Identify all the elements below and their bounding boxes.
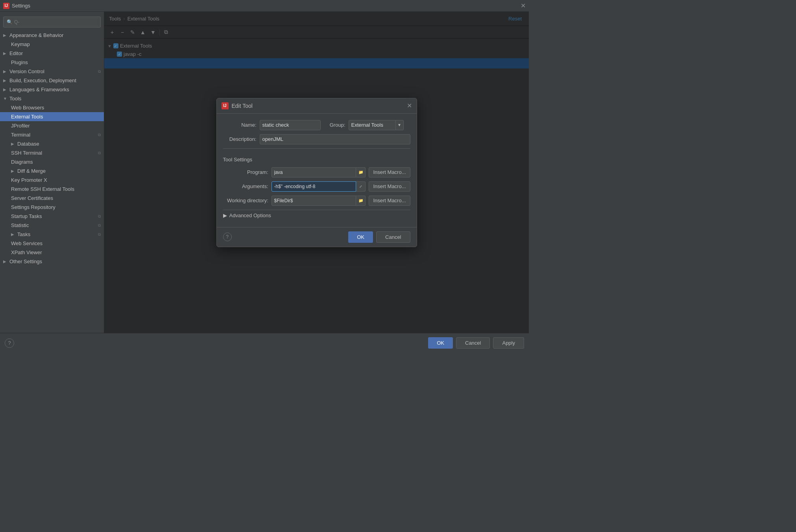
dialog-title-bar: IJ Edit Tool ✕ (217, 98, 417, 114)
edit-tool-dialog: IJ Edit Tool ✕ Name: Group: External (216, 98, 417, 247)
working-dir-insert-macro-button[interactable]: Insert Macro... (369, 196, 410, 206)
sidebar-item-label: Tasks (17, 231, 30, 237)
description-input[interactable] (260, 134, 410, 144)
sidebar-item-web-browsers[interactable]: Web Browsers (0, 103, 104, 112)
name-input[interactable] (260, 120, 321, 130)
arrow-right-icon: ▶ (11, 169, 16, 173)
arguments-expand-button[interactable]: ⤢ (356, 181, 366, 192)
sidebar-item-label: Web Browsers (11, 105, 44, 111)
sidebar-item-web-services[interactable]: Web Services (0, 239, 104, 248)
program-input[interactable] (271, 167, 356, 177)
external-icon: ⧉ (98, 69, 101, 74)
sidebar-item-label: Settings Repository (11, 204, 55, 210)
sidebar-item-diff-merge[interactable]: ▶ Diff & Merge (0, 166, 104, 175)
bottom-buttons: OK Cancel Apply (428, 337, 524, 349)
search-input[interactable] (14, 19, 97, 25)
sidebar-item-label: Appearance & Behavior (9, 32, 63, 38)
sidebar-item-diagrams[interactable]: Diagrams (0, 157, 104, 166)
sidebar-item-editor[interactable]: ▶ Editor (0, 49, 104, 58)
sidebar-item-remote-ssh[interactable]: Remote SSH External Tools (0, 185, 104, 194)
dialog-ok-button[interactable]: OK (348, 231, 373, 243)
working-dir-row: Working directory: 📁 Insert Macro... (223, 196, 410, 206)
sidebar-item-label: Languages & Frameworks (9, 87, 69, 92)
external-icon: ⧉ (98, 214, 101, 219)
sidebar-item-terminal[interactable]: Terminal ⧉ (0, 130, 104, 139)
arguments-label: Arguments: (223, 183, 268, 189)
sidebar-item-label: Other Settings (9, 259, 42, 264)
sidebar-item-label: Terminal (11, 132, 30, 138)
group-select-wrapper: External Tools ▼ (349, 120, 404, 130)
sidebar-item-ssh-terminal[interactable]: SSH Terminal ⧉ (0, 148, 104, 157)
program-row: Program: 📁 Insert Macro... (223, 167, 410, 177)
sidebar: 🔍 ▶ Appearance & Behavior Keymap ▶ Edito… (0, 12, 104, 333)
dialog-help-button[interactable]: ? (223, 233, 232, 241)
arguments-insert-macro-button[interactable]: Insert Macro... (369, 181, 410, 192)
sidebar-item-xpath-viewer[interactable]: XPath Viewer (0, 248, 104, 257)
sidebar-item-label: Server Certificates (11, 195, 53, 201)
title-bar: IJ Settings ✕ (0, 0, 529, 12)
external-icon: ⧉ (98, 133, 101, 137)
sidebar-item-key-promoter[interactable]: Key Promoter X (0, 175, 104, 185)
program-insert-macro-button[interactable]: Insert Macro... (369, 167, 410, 177)
title-bar-title: Settings (12, 3, 30, 9)
sidebar-item-startup-tasks[interactable]: Startup Tasks ⧉ (0, 212, 104, 221)
sidebar-item-server-certs[interactable]: Server Certificates (0, 194, 104, 203)
sidebar-item-version-control[interactable]: ▶ Version Control ⧉ (0, 67, 104, 76)
arrow-right-icon: ▶ (3, 78, 8, 83)
ok-button[interactable]: OK (428, 337, 453, 349)
dialog-icon: IJ (222, 102, 229, 109)
group-select[interactable]: External Tools (349, 120, 396, 130)
sidebar-item-label: Diagrams (11, 159, 33, 165)
arguments-row: Arguments: ⤢ Insert Macro... (223, 181, 410, 192)
sidebar-item-label: Statistic (11, 222, 29, 228)
main-layout: 🔍 ▶ Appearance & Behavior Keymap ▶ Edito… (0, 12, 529, 333)
dialog-overlay: IJ Edit Tool ✕ Name: Group: External (104, 12, 529, 333)
sidebar-item-label: Startup Tasks (11, 213, 42, 219)
close-window-button[interactable]: ✕ (521, 3, 526, 9)
cancel-button[interactable]: Cancel (456, 337, 490, 349)
sidebar-item-build[interactable]: ▶ Build, Execution, Deployment (0, 76, 104, 85)
sidebar-item-jprofiler[interactable]: JProfiler (0, 121, 104, 130)
working-dir-label: Working directory: (223, 198, 268, 203)
arrow-right-icon: ▶ (3, 33, 8, 37)
sidebar-item-keymap[interactable]: Keymap (0, 40, 104, 49)
dialog-footer: ? OK Cancel (217, 227, 417, 247)
sidebar-item-label: SSH Terminal (11, 150, 42, 156)
dialog-title-text: Edit Tool (232, 103, 253, 109)
sidebar-item-label: Plugins (11, 59, 28, 65)
arguments-input[interactable] (271, 181, 356, 192)
sidebar-item-appearance[interactable]: ▶ Appearance & Behavior (0, 31, 104, 40)
arrow-right-icon: ▶ (3, 69, 8, 74)
sidebar-item-label: Editor (9, 50, 23, 56)
sidebar-item-tools[interactable]: ▼ Tools (0, 94, 104, 103)
sidebar-item-tasks[interactable]: ▶ Tasks ⧉ (0, 230, 104, 239)
apply-button[interactable]: Apply (493, 337, 524, 349)
sidebar-item-statistic[interactable]: Statistic ⧉ (0, 221, 104, 230)
dialog-close-button[interactable]: ✕ (407, 103, 412, 109)
description-label: Description: (223, 136, 257, 142)
advanced-options-toggle[interactable]: ▶ Advanced Options (223, 210, 410, 221)
advanced-options-label: Advanced Options (229, 212, 271, 218)
sidebar-item-label: Web Services (11, 240, 42, 246)
sidebar-item-plugins[interactable]: Plugins (0, 58, 104, 67)
name-group-row: Name: Group: External Tools ▼ (223, 120, 410, 130)
dialog-cancel-button[interactable]: Cancel (376, 231, 410, 243)
dialog-body: Name: Group: External Tools ▼ Descriptio… (217, 114, 417, 227)
program-browse-button[interactable]: 📁 (356, 167, 366, 177)
working-dir-input[interactable] (271, 196, 356, 206)
help-button[interactable]: ? (5, 338, 14, 348)
content-area: Tools › External Tools Reset + − ✎ ▲ ▼ ⧉… (104, 12, 529, 333)
group-select-arrow[interactable]: ▼ (396, 120, 404, 130)
sidebar-item-other-settings[interactable]: ▶ Other Settings (0, 257, 104, 266)
arrow-right-icon: ▶ (3, 87, 8, 92)
sidebar-item-label: Key Promoter X (11, 177, 47, 183)
sidebar-item-languages[interactable]: ▶ Languages & Frameworks (0, 85, 104, 94)
external-icon: ⧉ (98, 232, 101, 237)
sidebar-item-external-tools[interactable]: External Tools (0, 112, 104, 121)
sidebar-item-database[interactable]: ▶ Database (0, 139, 104, 148)
sidebar-search-wrapper[interactable]: 🔍 (3, 17, 101, 28)
sidebar-item-settings-repo[interactable]: Settings Repository (0, 203, 104, 212)
arrow-right-icon: ▶ (3, 51, 8, 55)
working-dir-browse-button[interactable]: 📁 (356, 196, 366, 206)
sidebar-item-label: Database (17, 141, 39, 147)
